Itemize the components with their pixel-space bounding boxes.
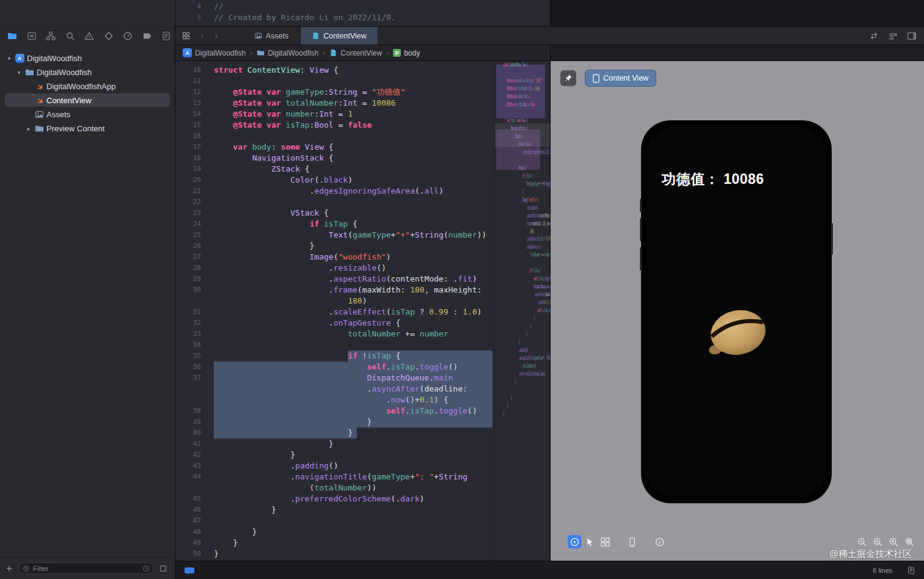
line-count-label: 6 lines (873, 567, 892, 574)
code-line-35: 35 if !isTap { (496, 267, 550, 275)
debug-navigator-icon[interactable] (123, 31, 133, 41)
zoom-fit-icon[interactable] (903, 535, 916, 548)
breadcrumb-separator: › (323, 49, 325, 57)
device-settings-icon[interactable] (625, 535, 639, 548)
tab-bar: ‹ › AssetsContentView (175, 27, 924, 45)
breakpoints-navigator-icon[interactable] (142, 31, 152, 41)
variants-mode-icon[interactable] (598, 535, 612, 548)
breadcrumb: ADigitalWoodfish›DigitalWoodfish›Content… (175, 45, 550, 61)
find-navigator-icon[interactable] (65, 31, 75, 41)
code-line-39: 39 } (496, 315, 550, 322)
swap-editors-icon[interactable] (869, 31, 879, 41)
code-line-44: 44 .navigationTitle(gameType+": "+String (496, 354, 550, 362)
code-line-37: 37 DispatchQueue.main (496, 283, 550, 291)
code-line-wrap: .now()+0.1) { (496, 299, 550, 307)
code-line-wrap: (totalNumber)) (496, 362, 550, 370)
code-line-32: 32 .onTapGesture { (496, 243, 550, 251)
live-mode-icon[interactable] (568, 535, 581, 548)
recent-filter-icon[interactable] (142, 565, 150, 572)
tree-item-label: DigitalWoodfish (27, 54, 82, 63)
tests-navigator-icon[interactable] (104, 31, 114, 41)
tab-assets[interactable]: Assets (243, 27, 301, 45)
inspector-toggle-icon[interactable] (907, 31, 917, 41)
content-split: 10struct ContentView: View {1112 @State … (175, 61, 924, 561)
pin-preview-button[interactable] (560, 70, 576, 86)
minimap-highlight-block (496, 65, 545, 118)
filter-field[interactable]: Filter (18, 563, 154, 574)
woodfish-image[interactable] (700, 303, 772, 363)
code-line-38: 38 self.isTap.toggle() (496, 307, 550, 315)
tree-item-preview-content[interactable]: ▸Preview Content (0, 122, 175, 136)
tree-item-digitalwoodfishapp[interactable]: DigitalWoodfishApp (0, 79, 175, 93)
code-line-49: 49 } (496, 401, 550, 409)
code-line-29: 29 .aspectRatio(contentMode: .fit) (496, 211, 550, 219)
breadcrumb-separator: › (250, 49, 252, 57)
code-line-42: 42 } (496, 338, 550, 346)
code-line-26: 26 } (496, 188, 550, 195)
related-items-icon[interactable] (182, 31, 191, 40)
assets-icon (34, 110, 44, 120)
reports-navigator-icon[interactable] (161, 31, 171, 41)
code-line-wrap: 180) (496, 227, 550, 235)
property-icon: P (393, 49, 401, 57)
history-back-button[interactable]: ‹ (199, 31, 205, 41)
selectable-mode-icon[interactable] (583, 535, 596, 548)
disclosure-closed-icon[interactable]: ▸ (26, 125, 32, 132)
minimap[interactable]: 10struct ContentView: View {1112 @State … (494, 61, 550, 561)
swiftdoc-icon (329, 49, 337, 57)
breadcrumb-contentview[interactable]: ContentView (329, 49, 382, 57)
zoom-actual-size-icon[interactable] (871, 535, 884, 548)
code-line-5[interactable]: 5// Created by Ricardo Li on 2022/11/9. (175, 12, 550, 23)
code-line-4[interactable]: 4// (175, 1, 550, 12)
code-editor[interactable]: 10struct ContentView: View {1112 @State … (175, 61, 550, 561)
breadcrumb-digitalwoodfish[interactable]: DigitalWoodfish (257, 49, 318, 57)
jump-bar-row: ADigitalWoodfish›DigitalWoodfish›Content… (175, 45, 924, 61)
tree-item-contentview[interactable]: ContentView (0, 93, 175, 107)
navigator-tab-strip (0, 27, 175, 44)
code-line-36: 36 self.isTap.toggle() (496, 275, 550, 283)
changes-navigator-icon[interactable] (27, 31, 37, 41)
tree-item-assets[interactable]: Assets (0, 107, 175, 122)
folder-icon (24, 68, 34, 78)
tree-item-label: DigitalWoodfish (37, 68, 92, 77)
zoom-out-icon[interactable] (855, 535, 868, 548)
phone-screen[interactable]: 功德值： 10086 (648, 127, 825, 497)
preview-info-icon[interactable] (653, 535, 666, 548)
code-line-45: 45 .preferredColorScheme(.dark) (496, 370, 550, 377)
issues-navigator-icon[interactable] (84, 31, 94, 41)
document-lines-icon[interactable] (907, 566, 915, 575)
tab-label: Assets (266, 32, 289, 40)
flag-filter-icon[interactable] (159, 564, 167, 573)
iphone-preview: 功德值： 10086 (641, 120, 832, 503)
tree-item-digitalwoodfish[interactable]: ▾ADigitalWoodfish (0, 51, 175, 65)
symbols-navigator-icon[interactable] (46, 31, 56, 41)
volume-up-button (640, 218, 642, 241)
content-view-button[interactable]: Content View (585, 70, 656, 87)
code-line-48: 48 } (496, 393, 550, 401)
swiftdoc-icon (312, 32, 320, 40)
code-line-43: 43 .padding() (496, 346, 550, 354)
breadcrumb-body[interactable]: Pbody (393, 49, 420, 57)
disclosure-open-icon[interactable]: ▾ (6, 55, 12, 62)
code-line-31: 31 .scaleEffect(isTap ? 0.99 : 1.0) (496, 235, 550, 243)
code-line-41: 41 } (496, 330, 550, 338)
tree-item-label: Preview Content (46, 124, 105, 133)
tree-item-label: Assets (46, 110, 70, 119)
tab-contentview[interactable]: ContentView (300, 27, 378, 45)
device-icon (593, 74, 600, 83)
zoom-in-icon[interactable] (887, 535, 900, 548)
minimap-viewport[interactable] (494, 123, 550, 147)
preview-canvas: Content View 功德值： 10086 (550, 61, 924, 561)
code-line-33: 33 totalNumber += number (496, 251, 550, 259)
editor-options-icon[interactable] (888, 31, 898, 41)
history-forward-button[interactable]: › (213, 31, 219, 41)
filter-icon (23, 565, 30, 572)
code-line-40: 40 } (496, 322, 550, 330)
breadcrumb-digitalwoodfish[interactable]: ADigitalWoodfish (183, 48, 246, 57)
project-navigator-icon[interactable] (7, 31, 17, 41)
tab-label: ContentView (323, 32, 367, 40)
add-file-button[interactable]: + (0, 563, 18, 575)
tree-item-label: DigitalWoodfishApp (46, 82, 116, 91)
tree-item-digitalwoodfish[interactable]: ▾DigitalWoodfish (0, 65, 175, 79)
disclosure-open-icon[interactable]: ▾ (16, 69, 22, 76)
